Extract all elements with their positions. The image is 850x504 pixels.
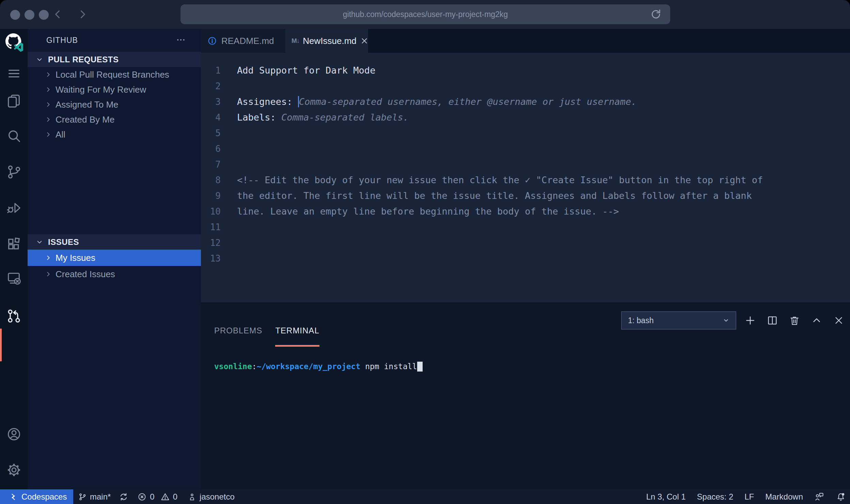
chevron-right-icon [44, 115, 53, 124]
notifications-button[interactable] [836, 492, 846, 502]
bell-icon [836, 492, 846, 502]
reload-button[interactable] [650, 8, 662, 22]
feedback-button[interactable] [814, 492, 824, 502]
close-tab-button[interactable] [360, 36, 369, 45]
editor-line[interactable]: 2 [201, 78, 850, 94]
files-icon [6, 93, 22, 109]
remote-indicator[interactable]: Codespaces [0, 489, 73, 504]
sidebar-item-local-pull-request-branches[interactable]: Local Pull Request Branches [28, 67, 201, 82]
eol-setting[interactable]: LF [744, 492, 754, 502]
code-segment: Assignees: [237, 96, 298, 107]
editor-line[interactable]: 11 [201, 219, 850, 235]
tab-readme[interactable]: README.md [201, 29, 285, 53]
code-segment: <!-- Edit the body of your new issue the… [237, 175, 763, 185]
account-button[interactable] [0, 426, 28, 442]
sidebar-item-created-issues[interactable]: Created Issues [28, 266, 201, 282]
close-panel-button[interactable] [833, 314, 845, 327]
problems-status[interactable]: 0 0 [137, 492, 177, 502]
chevron-right-icon [44, 270, 53, 279]
activity-remote-explorer-button[interactable] [0, 270, 28, 286]
github-codespaces-home-button[interactable] [0, 32, 28, 52]
status-bar: Codespaces main* 0 0 [0, 489, 850, 504]
sidebar-item-my-issues[interactable]: My Issues [28, 250, 201, 266]
shell-select-value: 1: bash [628, 316, 654, 325]
error-icon [137, 492, 147, 502]
sync-status[interactable] [119, 492, 128, 502]
panel-tab-bar: PROBLEMS TERMINAL [214, 326, 319, 347]
person-icon [188, 492, 196, 501]
browser-titlebar: github.com/codespaces/user-my-project-mg… [0, 0, 850, 29]
activity-explorer-button[interactable] [0, 93, 28, 109]
sidebar-item-created-by-me[interactable]: Created By Me [28, 112, 201, 127]
settings-button[interactable] [0, 462, 28, 478]
line-number: 12 [201, 235, 221, 251]
new-terminal-button[interactable] [744, 314, 756, 327]
editor-line[interactable]: 7 [201, 157, 850, 172]
kill-terminal-button[interactable] [788, 314, 801, 327]
url-bar[interactable]: github.com/codespaces/user-my-project-mg… [180, 4, 670, 24]
editor-lines[interactable]: 1Add Support for Dark Mode23Assignees: C… [201, 53, 850, 302]
editor-line[interactable]: 10line. Leave an empty line before begin… [201, 204, 850, 219]
sync-icon [119, 492, 128, 502]
issues-section: ISSUES My Issues Created Issues [28, 234, 201, 282]
line-content: line. Leave an empty line before beginni… [237, 204, 619, 219]
split-terminal-button[interactable] [766, 314, 778, 327]
account-icon [6, 426, 22, 442]
maximize-window-button[interactable] [39, 10, 49, 20]
indent-setting[interactable]: Spaces: 2 [697, 492, 734, 502]
activity-extensions-button[interactable] [0, 236, 28, 252]
remote-label: Codespaces [21, 492, 67, 502]
sidebar-item-assigned-to-me[interactable]: Assigned To Me [28, 97, 201, 112]
cursor-position[interactable]: Ln 3, Col 1 [646, 492, 686, 502]
activity-search-button[interactable] [0, 128, 28, 144]
browser-forward-button[interactable] [76, 7, 89, 21]
activity-debug-button[interactable] [0, 200, 28, 216]
panel-tab-problems[interactable]: PROBLEMS [214, 326, 262, 347]
code-segment: Comma-separated usernames, either @usern… [299, 96, 637, 107]
chevron-right-icon [44, 100, 53, 109]
git-branch-icon [6, 164, 22, 180]
editor-line[interactable]: 3Assignees: Comma-separated usernames, e… [201, 94, 850, 110]
user-status[interactable]: jasonetco [188, 492, 235, 502]
panel-tab-terminal[interactable]: TERMINAL [275, 326, 319, 347]
tab-newissue[interactable]: M↓ NewIssue.md [285, 29, 368, 53]
editor-line[interactable]: 4Labels: Comma-separated labels. [201, 110, 850, 125]
browser-back-button[interactable] [51, 7, 65, 21]
editor-line[interactable]: 5 [201, 125, 850, 141]
user-label: jasonetco [200, 492, 235, 502]
section-pull-requests[interactable]: PULL REQUESTS [28, 52, 201, 67]
editor-line[interactable]: 13 [201, 251, 850, 266]
line-number: 9 [201, 188, 221, 204]
item-label: Waiting For My Review [56, 84, 146, 95]
sidebar-item-all[interactable]: All [28, 127, 201, 142]
line-number: 1 [201, 63, 221, 78]
tab-bar: README.md M↓ NewIssue.md [201, 29, 850, 53]
sidebar-item-waiting-for-my-review[interactable]: Waiting For My Review [28, 82, 201, 97]
close-icon [360, 36, 369, 45]
activity-github-pr-button[interactable] [0, 308, 28, 324]
minimize-window-button[interactable] [25, 10, 34, 20]
activity-source-control-button[interactable] [0, 164, 28, 180]
section-issues[interactable]: ISSUES [28, 234, 201, 250]
extensions-icon [6, 236, 22, 252]
editor-line[interactable]: 8<!-- Edit the body of your new issue th… [201, 172, 850, 188]
editor-line[interactable]: 1Add Support for Dark Mode [201, 63, 850, 78]
activity-menu-button[interactable] [0, 66, 28, 81]
maximize-panel-button[interactable] [810, 314, 823, 327]
close-window-button[interactable] [10, 10, 20, 20]
branch-status[interactable]: main* [78, 492, 111, 502]
line-content: Add Support for Dark Mode [237, 63, 375, 78]
item-label: Created By Me [56, 114, 114, 125]
line-number: 7 [201, 157, 221, 172]
code-segment: the editor. The first line will be the i… [237, 190, 752, 201]
line-content: the editor. The first line will be the i… [237, 188, 752, 204]
terminal-shell-select[interactable]: 1: bash [621, 311, 736, 330]
sidebar-title: GITHUB [46, 36, 78, 45]
editor-line[interactable]: 6 [201, 141, 850, 157]
more-actions-button[interactable] [176, 35, 186, 46]
code-segment: Add Support for Dark Mode [237, 65, 375, 76]
editor-line[interactable]: 9the editor. The first line will be the … [201, 188, 850, 204]
editor-line[interactable]: 12 [201, 235, 850, 251]
language-mode[interactable]: Markdown [765, 492, 803, 502]
terminal-output[interactable]: vsonline:~/workspace/my_project npm inst… [214, 360, 423, 373]
